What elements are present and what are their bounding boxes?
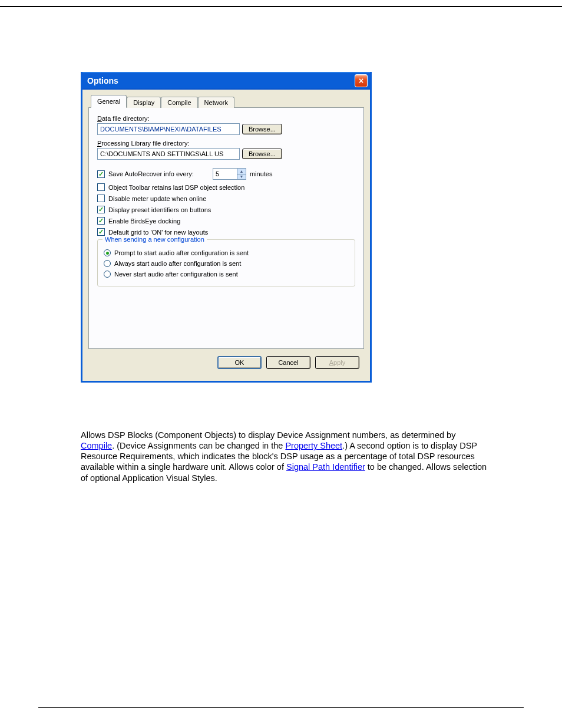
- browse-data-dir-button[interactable]: Browse...: [242, 124, 282, 134]
- dialog-title: Options: [87, 76, 118, 85]
- footer-rule: [38, 707, 524, 708]
- tab-network[interactable]: Network: [198, 97, 234, 108]
- autorecover-label: Save AutoRecover info every:: [108, 170, 194, 177]
- radio-always[interactable]: [104, 260, 111, 267]
- tab-panel-general: Data file directory: Browse... Processin…: [88, 107, 364, 349]
- radio-always-label: Always start audio after configuration i…: [114, 260, 241, 267]
- radio-never[interactable]: [104, 271, 111, 278]
- tab-compile[interactable]: Compile: [161, 97, 197, 108]
- link-property-sheet[interactable]: Property Sheet: [285, 441, 342, 450]
- tab-strip: General Display Compile Network: [91, 94, 364, 107]
- spinner-up-icon[interactable]: ▲: [237, 169, 246, 174]
- radio-prompt-label: Prompt to start audio after configuratio…: [114, 249, 249, 256]
- body-paragraph: Allows DSP Blocks (Component Objects) to…: [81, 430, 487, 483]
- tab-general[interactable]: General: [91, 95, 127, 108]
- group-title: When sending a new configuration: [103, 236, 207, 243]
- apply-button[interactable]: Apply: [315, 356, 359, 369]
- titlebar[interactable]: Options ×: [82, 72, 370, 90]
- ok-button[interactable]: OK: [217, 356, 262, 369]
- radio-prompt[interactable]: [104, 249, 111, 256]
- tab-display[interactable]: Display: [127, 97, 161, 108]
- radio-never-label: Never start audio after configuration is…: [114, 271, 238, 278]
- spinner-down-icon[interactable]: ▼: [237, 174, 246, 180]
- browse-lib-dir-button[interactable]: Browse...: [242, 149, 282, 159]
- lib-dir-input[interactable]: [97, 148, 240, 160]
- dialog-button-row: OK Cancel Apply: [88, 349, 364, 375]
- autorecover-units: minutes: [250, 170, 273, 177]
- autorecover-value[interactable]: [213, 169, 237, 179]
- close-button[interactable]: ×: [355, 74, 368, 87]
- preset-ids-checkbox[interactable]: [97, 206, 105, 213]
- close-icon: ×: [359, 76, 363, 85]
- dialog-body: General Display Compile Network Data fil…: [82, 90, 370, 381]
- retain-label: Object Toolbar retains last DSP object s…: [108, 184, 244, 191]
- lib-dir-label: Processing Library file directory:: [97, 140, 355, 147]
- retain-checkbox[interactable]: [97, 183, 105, 191]
- data-dir-label: Data file directory:: [97, 115, 355, 122]
- birdseye-checkbox[interactable]: [97, 217, 105, 225]
- preset-ids-label: Display preset identifiers on buttons: [108, 206, 211, 213]
- birdseye-label: Enable BirdsEye docking: [108, 218, 180, 225]
- disable-meter-label: Disable meter update when online: [108, 195, 206, 202]
- autorecover-spinner[interactable]: ▲ ▼: [213, 168, 246, 180]
- options-dialog: Options × General Display Compile Networ…: [81, 72, 372, 383]
- autorecover-checkbox[interactable]: [97, 170, 105, 178]
- send-config-group: When sending a new configuration Prompt …: [97, 239, 355, 286]
- data-dir-input[interactable]: [97, 123, 240, 135]
- default-grid-label: Default grid to 'ON' for new layouts: [108, 229, 208, 236]
- link-compile[interactable]: Compile: [81, 441, 112, 450]
- disable-meter-checkbox[interactable]: [97, 195, 105, 202]
- page: Options × General Display Compile Networ…: [0, 6, 562, 519]
- default-grid-checkbox[interactable]: [97, 228, 105, 236]
- cancel-button[interactable]: Cancel: [266, 356, 310, 369]
- link-signal-path-identifier[interactable]: Signal Path Identifier: [286, 462, 365, 472]
